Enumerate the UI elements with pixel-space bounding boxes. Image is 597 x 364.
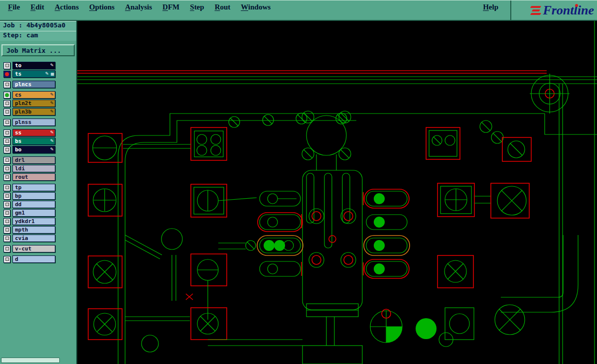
menu-step[interactable]: Step [190,3,204,11]
bottom-features [142,229,525,364]
layer-visibility-checkbox-d[interactable] [3,256,10,263]
layer-row-ts: ts✎▦ [3,70,76,78]
layer-row-to: to✎ [3,62,76,69]
center-dip-body [302,170,362,317]
menu-help[interactable]: Help [483,3,498,11]
layer-label-dd[interactable]: dd [12,201,55,208]
layer-label-pln2t[interactable]: pln2t✎ [12,100,55,107]
layer-label-tp[interactable]: tp [12,184,55,191]
pen-icon: ✎ [50,100,54,107]
traces [123,144,578,346]
layer-row-bs: bs✎ [3,137,76,145]
layer-row-tp: tp [3,184,76,191]
layer-visibility-checkbox-drl[interactable] [3,157,10,164]
layer-label-to[interactable]: to✎ [12,62,55,69]
brand-panel: Frontline [510,0,597,20]
pen-icon: ✎ [50,138,54,144]
layer-label-plncs[interactable]: plncs [12,81,55,88]
layer-label-ss[interactable]: ss✎ [12,129,55,136]
layer-row-pln3b: pln3b✎ [3,108,76,116]
layer-visibility-checkbox-cvia[interactable] [3,235,10,242]
layer-label-ydkdr1[interactable]: ydkdr1 [12,218,55,225]
layer-label-bp[interactable]: bp [12,192,55,200]
layer-label-gm1[interactable]: gm1 [12,209,55,217]
layer-row-dd: dd [3,201,76,208]
pcb-canvas[interactable] [77,21,597,364]
layer-row-plncs: plncs [3,81,76,88]
layer-label-d[interactable]: d [12,255,55,263]
layer-row-bp: bp [3,192,76,200]
step-label: Step: cam [0,31,76,41]
layer-visibility-checkbox-bo[interactable] [3,146,10,153]
menu-edit[interactable]: Edit [30,3,44,11]
menu-actions[interactable]: Actions [55,3,79,11]
layer-row-ydkdr1: ydkdr1 [3,218,76,225]
layer-row-cvia: cvia [3,235,76,242]
layer-label-ts[interactable]: ts✎▦ [12,70,55,78]
layer-visibility-checkbox-plnss[interactable] [3,119,10,126]
second-pad-column [191,127,257,340]
layer-visibility-checkbox-ldi[interactable] [3,165,10,172]
menu-file[interactable]: File [8,3,20,11]
menu-rout[interactable]: Rout [215,3,231,11]
layer-visibility-checkbox-v-cut[interactable] [3,245,10,252]
layer-visibility-checkbox-gm1[interactable] [3,210,10,217]
layer-row-plnss: plnss [3,119,76,126]
grid-icon: ▦ [50,71,54,77]
layer-label-pln3b[interactable]: pln3b✎ [12,108,55,116]
layer-visibility-checkbox-to[interactable] [3,62,10,69]
layer-visibility-checkbox-plncs[interactable] [3,81,10,88]
layer-label-cs[interactable]: cs✎ [12,91,55,99]
layer-visibility-checkbox-tp[interactable] [3,184,10,191]
menu-windows[interactable]: Windows [241,3,271,11]
layer-visibility-checkbox-pln3b[interactable] [3,109,10,116]
menu-dfm[interactable]: DFM [162,3,179,11]
layer-label-rout[interactable]: rout [12,173,55,181]
layer-label-plnss[interactable]: plnss [12,119,55,126]
layer-row-cs: cs✎ [3,91,76,99]
layer-visibility-checkbox-dd[interactable] [3,201,10,208]
layer-row-v-cut: v-cut [3,245,76,252]
sidebar-resize-handle[interactable] [1,358,60,363]
layer-visibility-checkbox-ydkdr1[interactable] [3,218,10,225]
application-window: FileEditActionsOptionsAnalysisDFMStepRou… [0,0,597,364]
layer-visibility-checkbox-ts[interactable] [3,71,10,78]
layer-row-bo: bo✎ [3,146,76,153]
layer-visibility-checkbox-cs[interactable] [3,92,10,99]
layer-visibility-checkbox-bp[interactable] [3,193,10,200]
layer-row-ldi: ldi [3,165,76,172]
layer-visibility-checkbox-pln2t[interactable] [3,100,10,107]
pen-icon: ✎ [50,129,54,136]
right-capsule-pads [363,189,410,278]
left-pad-column [88,133,122,340]
layer-label-ldi[interactable]: ldi [12,165,55,172]
layer-row-pln2t: pln2t✎ [3,100,76,107]
pen-icon: ✎ [50,109,54,115]
layer-visibility-checkbox-rout[interactable] [3,174,10,181]
layer-label-cvia[interactable]: cvia [12,235,55,242]
pen-icon: ✎ [50,62,54,69]
layer-visibility-checkbox-mpth[interactable] [3,227,10,234]
layer-label-bo[interactable]: bo✎ [12,146,55,153]
layer-row-drl: drl [3,156,76,164]
layer-label-bs[interactable]: bs✎ [12,137,55,145]
logo-i-dot-icon [575,4,578,7]
menu-bar-items: FileEditActionsOptionsAnalysisDFMStepRou… [8,3,271,11]
menu-analysis[interactable]: Analysis [125,3,152,11]
board-outline [118,114,597,364]
layer-label-drl[interactable]: drl [12,156,55,164]
layer-visibility-checkbox-ss[interactable] [3,129,10,136]
layer-label-v-cut[interactable]: v-cut [12,245,55,252]
layer-visibility-checkbox-bs[interactable] [3,138,10,145]
job-label: Job : 4b4y8005a0 [0,21,76,31]
frontline-speed-lines-icon [531,6,541,15]
sidebar: Job : 4b4y8005a0 Step: cam Job Matrix ..… [0,21,77,364]
job-matrix-button[interactable]: Job Matrix ... [1,44,75,56]
brand-name: Frontline [543,3,594,18]
menu-options[interactable]: Options [89,3,115,11]
left-capsule-pads [246,191,303,276]
pen-icon: ✎ [50,146,54,153]
layer-label-mpth[interactable]: mpth [12,226,55,234]
pcb-artwork [77,21,597,364]
layer-list: to✎ts✎▦plncscs✎pln2t✎pln3b✎plnssss✎bs✎bo… [0,61,76,263]
